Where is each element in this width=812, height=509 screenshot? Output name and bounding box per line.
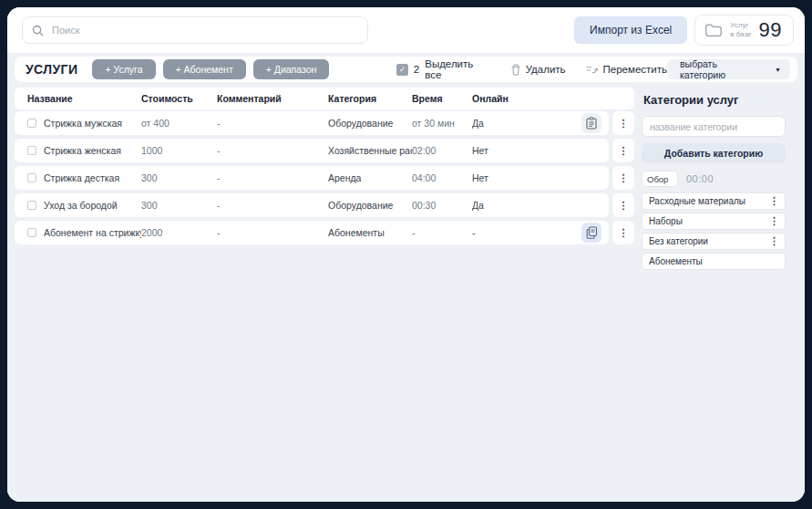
- column-header-online: Онлайн: [472, 93, 634, 104]
- table-row-main[interactable]: Абонемент на стрижку 2000 - Абонементы -…: [15, 221, 609, 244]
- row-checkbox[interactable]: [27, 201, 36, 210]
- kebab-icon[interactable]: ⋮: [769, 236, 779, 246]
- category-edit-time: 00:00: [686, 173, 714, 184]
- service-name: Стрижка десткая: [44, 172, 119, 183]
- service-online: -: [472, 227, 476, 238]
- services-table: Название Стоимость Комментарий Категория…: [15, 88, 634, 248]
- add-subscription-button[interactable]: + Абонемент: [163, 59, 246, 79]
- table-row: Абонемент на стрижку 2000 - Абонементы -…: [15, 221, 634, 244]
- service-category: Оборудование: [328, 200, 412, 211]
- service-comment: -: [217, 145, 328, 156]
- clipboard-icon-button[interactable]: [581, 113, 601, 133]
- service-name: Стрижка мужская: [44, 118, 122, 129]
- row-checkbox[interactable]: [27, 228, 36, 237]
- category-filter-label: выбрать категорию: [680, 58, 762, 80]
- row-menu-button[interactable]: ⋮: [612, 221, 634, 244]
- categories-panel: Категории услуг Добавить категорию Обор …: [642, 88, 786, 273]
- service-category: Оборудование: [328, 118, 412, 129]
- row-menu-button[interactable]: ⋮: [612, 166, 634, 190]
- service-category: Аренда: [328, 172, 412, 183]
- add-category-button[interactable]: Добавить категорию: [642, 143, 786, 163]
- folder-icon: [704, 22, 723, 38]
- topbar-right-group: Импорт из Excel Услуг в базе 99: [574, 15, 794, 46]
- service-online: Нет: [472, 145, 488, 156]
- service-online: Нет: [472, 172, 488, 183]
- select-all-label: Выделить все: [425, 58, 489, 80]
- category-list-item[interactable]: Расходные материалы ⋮: [642, 192, 786, 210]
- service-online: Да: [472, 200, 484, 211]
- category-label: Абонементы: [649, 256, 703, 266]
- add-range-button[interactable]: + Диапазон: [253, 59, 330, 79]
- table-row: Уход за бородой 300 - Оборудование 00:30…: [15, 193, 634, 217]
- kebab-icon[interactable]: ⋮: [769, 216, 779, 226]
- category-list-item[interactable]: Без категории ⋮: [642, 233, 786, 250]
- add-service-button[interactable]: + Услуга: [92, 59, 155, 79]
- kebab-icon: ⋮: [619, 146, 629, 156]
- move-icon: [586, 65, 599, 75]
- trash-icon: [510, 64, 521, 76]
- category-edit-input[interactable]: Обор: [642, 171, 678, 187]
- row-menu-button[interactable]: ⋮: [612, 111, 634, 135]
- kebab-icon: ⋮: [619, 201, 629, 211]
- row-checkbox[interactable]: [27, 146, 36, 155]
- delete-action[interactable]: Удалить: [510, 64, 566, 76]
- categories-title: Категории услуг: [643, 93, 786, 107]
- category-label: Без категории: [649, 236, 708, 246]
- page-background: Импорт из Excel Услуг в базе 99 УСЛУГИ: [0, 0, 812, 509]
- move-action[interactable]: Переместить: [586, 64, 667, 75]
- kebab-icon: ⋮: [619, 173, 629, 183]
- copy-icon-button[interactable]: [581, 223, 601, 243]
- category-name-input[interactable]: [642, 116, 786, 137]
- chevron-down-icon: ▼: [775, 67, 781, 73]
- kebab-icon: ⋮: [619, 119, 629, 129]
- row-menu-button[interactable]: ⋮: [612, 139, 634, 162]
- select-all-control[interactable]: ✓ 2 Выделить все: [396, 58, 489, 80]
- categories-list: Расходные материалы ⋮ Наборы ⋮ Без катег…: [642, 192, 786, 270]
- table-row: Стрижка мужская от 400 - Оборудование от…: [15, 111, 634, 135]
- table-row-main[interactable]: Уход за бородой 300 - Оборудование 00:30…: [15, 193, 609, 217]
- service-price: 300: [141, 172, 217, 183]
- services-count-value: 99: [759, 18, 782, 42]
- service-time: 02:00: [412, 145, 472, 156]
- service-time: -: [412, 227, 472, 238]
- category-list-item[interactable]: Наборы ⋮: [642, 213, 786, 230]
- page-title: УСЛУГИ: [26, 62, 77, 77]
- column-header-comment: Комментарий: [217, 93, 328, 104]
- table-row: Стрижка десткая 300 - Аренда 04:00 Нет: [15, 166, 634, 190]
- column-header-category: Категория: [328, 93, 412, 104]
- service-time: 04:00: [412, 172, 472, 183]
- services-count-box: Услуг в базе 99: [694, 15, 794, 46]
- select-all-checkbox[interactable]: ✓: [396, 64, 407, 76]
- search-icon: [32, 25, 44, 36]
- table-row-main[interactable]: Стрижка десткая 300 - Аренда 04:00 Нет: [15, 166, 609, 190]
- row-checkbox[interactable]: [27, 119, 36, 128]
- service-category: Хозяйственные рас..: [328, 145, 412, 156]
- category-list-item[interactable]: Абонементы ⋮: [642, 253, 786, 270]
- import-excel-button[interactable]: Импорт из Excel: [574, 16, 687, 44]
- table-row-main[interactable]: Стрижка мужская от 400 - Оборудование от…: [15, 111, 609, 135]
- content-area: УСЛУГИ + Услуга + Абонемент + Диапазон ✓…: [7, 53, 805, 502]
- row-menu-button[interactable]: ⋮: [612, 193, 634, 217]
- row-checkbox[interactable]: [27, 173, 36, 182]
- table-row: Стрижка женская 1000 - Хозяйственные рас…: [15, 139, 634, 162]
- category-filter-dropdown[interactable]: выбрать категорию ▼: [667, 59, 790, 79]
- table-row-main[interactable]: Стрижка женская 1000 - Хозяйственные рас…: [15, 139, 609, 162]
- move-label: Переместить: [603, 64, 667, 75]
- table-header-row: Название Стоимость Комментарий Категория…: [15, 88, 634, 109]
- service-price: 2000: [141, 227, 217, 238]
- service-comment: -: [217, 172, 328, 183]
- selected-count: 2: [414, 64, 419, 75]
- service-category: Абонементы: [328, 227, 412, 238]
- service-price: 1000: [141, 145, 217, 156]
- search-box[interactable]: [22, 16, 368, 44]
- service-name: Стрижка женская: [44, 145, 121, 156]
- kebab-icon[interactable]: ⋮: [769, 196, 779, 206]
- category-edit-row: Обор 00:00: [642, 171, 786, 187]
- kebab-icon: ⋮: [619, 228, 629, 238]
- service-comment: -: [217, 227, 328, 238]
- search-input[interactable]: [50, 24, 358, 36]
- service-price: от 400: [141, 118, 217, 129]
- service-name: Уход за бородой: [44, 200, 118, 211]
- service-name: Абонемент на стрижку: [44, 227, 141, 238]
- top-bar: Импорт из Excel Услуг в базе 99: [7, 7, 805, 53]
